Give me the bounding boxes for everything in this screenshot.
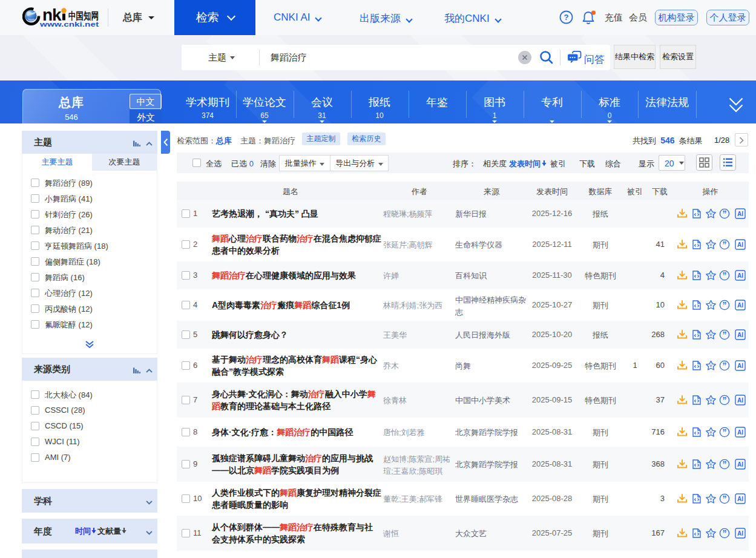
svg-text:”: ” — [723, 494, 727, 504]
svg-text:”: ” — [723, 427, 727, 437]
svg-text:AI: AI — [737, 429, 743, 436]
svg-text:”: ” — [723, 528, 727, 538]
svg-text:AI: AI — [737, 302, 743, 309]
svg-text:www.cnki.net: www.cnki.net — [39, 21, 99, 28]
svg-text:”: ” — [723, 361, 727, 370]
svg-text:”: ” — [723, 271, 727, 280]
svg-text:AI: AI — [737, 363, 743, 369]
svg-text:AI: AI — [737, 461, 743, 468]
svg-text:AI: AI — [737, 397, 743, 404]
svg-text:”: ” — [723, 240, 727, 249]
svg-text:AI: AI — [737, 530, 743, 537]
svg-text:AI: AI — [737, 211, 743, 217]
svg-text:AI: AI — [737, 332, 743, 338]
svg-text:”: ” — [723, 209, 727, 218]
svg-text:”: ” — [723, 395, 727, 405]
svg-text:”: ” — [723, 300, 727, 310]
svg-text:”: ” — [723, 459, 727, 469]
svg-text:”: ” — [723, 330, 727, 340]
svg-text:AI: AI — [737, 272, 743, 279]
svg-text:AI: AI — [737, 496, 743, 502]
svg-text:AI: AI — [737, 241, 743, 248]
svg-text:?: ? — [564, 13, 569, 22]
